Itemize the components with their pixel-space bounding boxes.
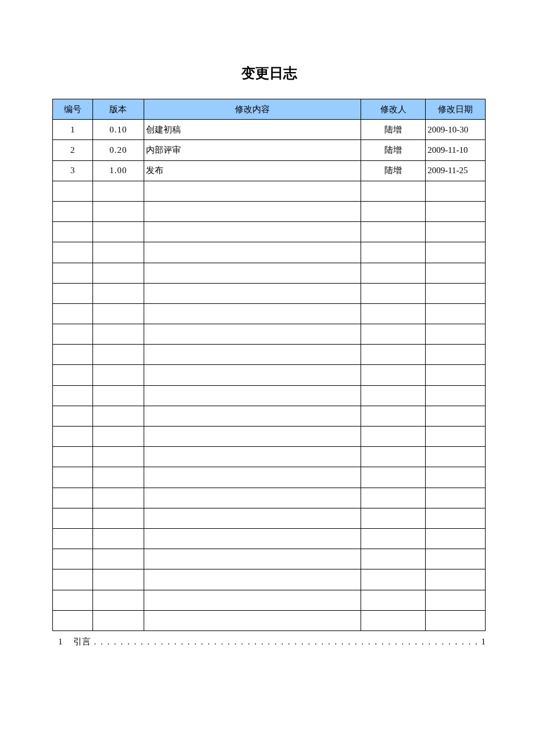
cell-id [53, 610, 93, 630]
cell-content [144, 549, 361, 569]
document-page: 变更日志 编号 版本 修改内容 修改人 修改日期 10.10创建初稿陆增2009… [0, 0, 535, 647]
cell-version [92, 447, 144, 467]
cell-id: 3 [53, 160, 93, 181]
cell-author: 陆增 [361, 140, 426, 160]
cell-author [361, 508, 426, 528]
cell-date [426, 406, 486, 426]
cell-id [53, 488, 93, 508]
cell-version [92, 283, 144, 303]
cell-id [53, 427, 93, 447]
cell-content [144, 242, 361, 263]
cell-version [92, 181, 144, 201]
cell-version [92, 324, 144, 345]
cell-id [53, 569, 93, 590]
cell-content [144, 365, 361, 385]
cell-content: 内部评审 [144, 140, 361, 160]
table-row [53, 549, 486, 569]
cell-id [53, 222, 93, 242]
cell-date [426, 508, 486, 528]
cell-version [92, 263, 144, 283]
table-row [53, 427, 486, 447]
cell-id [53, 467, 93, 488]
toc-number: 1 [58, 637, 63, 647]
cell-id: 2 [53, 140, 93, 160]
cell-author [361, 467, 426, 488]
cell-date [426, 610, 486, 630]
cell-date [426, 283, 486, 303]
cell-id [53, 283, 93, 303]
cell-date [426, 201, 486, 221]
table-row [53, 447, 486, 467]
cell-author [361, 181, 426, 201]
cell-date [426, 181, 486, 201]
table-row [53, 345, 486, 365]
cell-content [144, 263, 361, 283]
cell-author [361, 222, 426, 242]
cell-version: 0.10 [92, 120, 144, 140]
cell-author [361, 610, 426, 630]
table-row [53, 385, 486, 406]
cell-version [92, 222, 144, 242]
cell-date [426, 242, 486, 263]
cell-id [53, 528, 93, 549]
table-row: 20.20内部评审陆增2009-11-10 [53, 140, 486, 160]
cell-id [53, 447, 93, 467]
cell-content [144, 201, 361, 221]
header-author: 修改人 [361, 99, 426, 120]
cell-author [361, 201, 426, 221]
table-row [53, 406, 486, 426]
cell-date: 2009-11-25 [426, 160, 486, 181]
cell-id [53, 324, 93, 345]
header-id: 编号 [53, 99, 93, 120]
table-row [53, 488, 486, 508]
table-row [53, 283, 486, 303]
cell-date [426, 447, 486, 467]
cell-date [426, 590, 486, 610]
table-row [53, 365, 486, 385]
cell-content: 创建初稿 [144, 120, 361, 140]
cell-date [426, 365, 486, 385]
cell-author [361, 488, 426, 508]
cell-author: 陆增 [361, 120, 426, 140]
table-row [53, 263, 486, 283]
cell-version [92, 427, 144, 447]
cell-date [426, 222, 486, 242]
cell-content [144, 303, 361, 324]
cell-author [361, 406, 426, 426]
table-row [53, 201, 486, 221]
cell-author [361, 590, 426, 610]
cell-author [361, 242, 426, 263]
table-row [53, 303, 486, 324]
cell-id [53, 365, 93, 385]
cell-author [361, 324, 426, 345]
table-row: 10.10创建初稿陆增2009-10-30 [53, 120, 486, 140]
table-row [53, 324, 486, 345]
cell-author [361, 569, 426, 590]
cell-content [144, 406, 361, 426]
cell-version [92, 303, 144, 324]
table-row [53, 569, 486, 590]
cell-content [144, 447, 361, 467]
cell-content [144, 345, 361, 365]
cell-id [53, 242, 93, 263]
table-row: 31.00发布陆增2009-11-25 [53, 160, 486, 181]
cell-date [426, 303, 486, 324]
cell-version [92, 508, 144, 528]
cell-content: 发布 [144, 160, 361, 181]
table-row [53, 242, 486, 263]
cell-content [144, 467, 361, 488]
table-row [53, 610, 486, 630]
cell-version [92, 385, 144, 406]
cell-version [92, 569, 144, 590]
cell-id: 1 [53, 120, 93, 140]
table-row [53, 590, 486, 610]
cell-author [361, 345, 426, 365]
page-title: 变更日志 [52, 64, 486, 83]
header-version: 版本 [92, 99, 144, 120]
cell-date [426, 569, 486, 590]
cell-version [92, 549, 144, 569]
cell-version: 1.00 [92, 160, 144, 181]
cell-version [92, 467, 144, 488]
cell-author [361, 303, 426, 324]
cell-version [92, 201, 144, 221]
